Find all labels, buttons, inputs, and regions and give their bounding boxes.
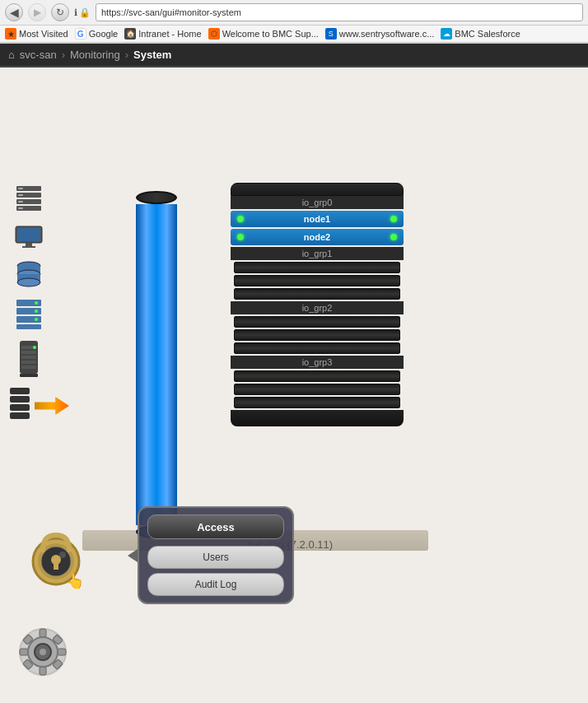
bookmark-label: Welcome to BMC Sup... xyxy=(222,29,319,39)
database-icon xyxy=(16,261,42,289)
home-icon[interactable]: ⌂ xyxy=(8,49,15,61)
svg-text:👆: 👆 xyxy=(66,572,85,590)
tower-icon xyxy=(16,339,41,377)
breadcrumb-site[interactable]: svc-san xyxy=(20,49,57,61)
disk-slot xyxy=(234,397,400,408)
storage-icon xyxy=(15,298,43,331)
cylinder-body xyxy=(136,204,177,525)
io-grp1-label: io_grp1 xyxy=(231,247,404,260)
svg-point-21 xyxy=(35,301,38,305)
access-title-bar: Access xyxy=(147,514,284,539)
access-popup-body: Access Users Audit Log xyxy=(138,506,294,604)
bookmarks-bar: ★ Most Visited G Google 🏠 Intranet - Hom… xyxy=(0,26,588,43)
io-grp0-label: io_grp0 xyxy=(231,196,404,209)
sidebar-icons xyxy=(8,183,82,425)
disk-slot xyxy=(234,329,400,341)
bookmark-google[interactable]: G Google xyxy=(75,28,118,40)
sidebar-icon-arrow-servers[interactable] xyxy=(8,384,82,425)
bookmark-label: Google xyxy=(89,29,118,39)
io-group-0: io_grp0 node1 node2 xyxy=(231,196,404,245)
forward-button[interactable]: ▶ xyxy=(28,3,46,21)
sidebar-icon-rack[interactable] xyxy=(8,183,49,216)
bookmark-icon: G xyxy=(75,28,86,40)
node2-row[interactable]: node2 xyxy=(231,229,404,245)
arrow-right-icon xyxy=(35,397,69,415)
svg-rect-28 xyxy=(21,361,36,364)
bookmark-bmc[interactable]: ⬡ Welcome to BMC Sup... xyxy=(208,28,319,40)
lock-access-icon[interactable]: 👆 xyxy=(23,527,89,596)
sidebar-icon-monitor[interactable] xyxy=(8,221,49,254)
cylinder-gauge xyxy=(136,191,177,538)
sidebar-icon-tower[interactable] xyxy=(8,338,49,379)
padlock-icon: 👆 xyxy=(23,527,89,593)
disk-slot xyxy=(234,275,400,286)
svg-rect-29 xyxy=(21,365,36,369)
svg-point-41 xyxy=(59,552,66,558)
io-grp3-label: io_grp3 xyxy=(231,356,404,369)
mini-server-stack-icon xyxy=(8,386,31,422)
access-popup: Access Users Audit Log xyxy=(128,506,294,604)
browser-toolbar: ◀ ▶ ↻ ℹ 🔒 https://svc-san/gui#monitor-sy… xyxy=(0,0,588,26)
cylinder-top xyxy=(136,191,177,204)
settings-gear-icon xyxy=(18,627,68,677)
separator: › xyxy=(125,49,128,61)
bookmark-icon: S xyxy=(325,28,337,40)
url-bar[interactable]: https://svc-san/gui#monitor-system xyxy=(96,3,583,21)
node1-row[interactable]: node1 xyxy=(231,211,404,227)
svg-rect-9 xyxy=(17,228,40,241)
bookmark-most-visited[interactable]: ★ Most Visited xyxy=(5,28,68,40)
back-button[interactable]: ◀ xyxy=(5,3,23,21)
bookmark-label: BMC Salesforce xyxy=(455,29,520,39)
disk-slot xyxy=(234,288,400,300)
breadcrumb-section[interactable]: Monitoring xyxy=(70,49,120,61)
sidebar-icon-database[interactable] xyxy=(8,258,49,291)
node1-status-dot xyxy=(237,216,244,222)
separator: › xyxy=(62,49,65,61)
svg-point-54 xyxy=(40,649,46,655)
security-info: ℹ 🔒 xyxy=(74,7,91,18)
sidebar-icon-storage[interactable] xyxy=(8,296,49,333)
bookmark-icon: ★ xyxy=(5,28,16,40)
audit-log-button[interactable]: Audit Log xyxy=(147,573,284,596)
io-group-1: io_grp1 xyxy=(231,247,404,300)
browser-chrome: ◀ ▶ ↻ ℹ 🔒 https://svc-san/gui#monitor-sy… xyxy=(0,0,588,44)
breadcrumb: ⌂ svc-san › Monitoring › System xyxy=(0,44,588,68)
svg-rect-33 xyxy=(10,396,30,403)
svg-rect-7 xyxy=(18,207,23,209)
svg-point-23 xyxy=(35,318,38,321)
bookmark-icon: ⬡ xyxy=(208,28,220,40)
svg-rect-32 xyxy=(10,388,30,394)
bookmark-icon: ☁ xyxy=(441,28,452,40)
tower-base xyxy=(231,410,404,426)
svg-point-30 xyxy=(33,346,36,349)
disk-slot xyxy=(234,342,400,354)
bookmark-sentry[interactable]: S www.sentrysoftware.c... xyxy=(325,28,435,40)
bookmark-salesforce[interactable]: ☁ BMC Salesforce xyxy=(441,28,520,40)
bookmark-intranet[interactable]: 🏠 Intranet - Home xyxy=(124,28,201,40)
svg-rect-40 xyxy=(54,563,58,570)
node1-label: node1 xyxy=(244,214,390,224)
settings-icon-area[interactable] xyxy=(18,627,68,680)
node2-status-dot-right xyxy=(390,234,397,240)
breadcrumb-page: System xyxy=(133,49,171,61)
disk-slot xyxy=(234,384,400,395)
refresh-button[interactable]: ↻ xyxy=(51,3,69,21)
bookmark-icon: 🏠 xyxy=(124,28,136,40)
io-group-2: io_grp2 xyxy=(231,301,404,354)
lock-icon: 🔒 xyxy=(79,7,91,18)
svg-rect-26 xyxy=(21,351,36,354)
node2-status-dot xyxy=(237,234,244,240)
svg-rect-44 xyxy=(40,629,46,637)
svg-point-22 xyxy=(35,310,38,313)
svg-rect-10 xyxy=(26,243,32,246)
monitor-icon xyxy=(14,225,44,249)
main-content: io_grp0 node1 node2 io_grp1 io_grp2 xyxy=(0,68,588,703)
server-tower[interactable]: io_grp0 node1 node2 io_grp1 io_grp2 xyxy=(231,183,404,426)
svg-rect-35 xyxy=(10,412,30,419)
users-button[interactable]: Users xyxy=(147,546,284,569)
disk-slot xyxy=(234,316,400,328)
svg-rect-20 xyxy=(16,324,41,329)
tower-top xyxy=(231,183,404,196)
svg-rect-6 xyxy=(18,201,23,203)
access-title: Access xyxy=(197,521,235,533)
